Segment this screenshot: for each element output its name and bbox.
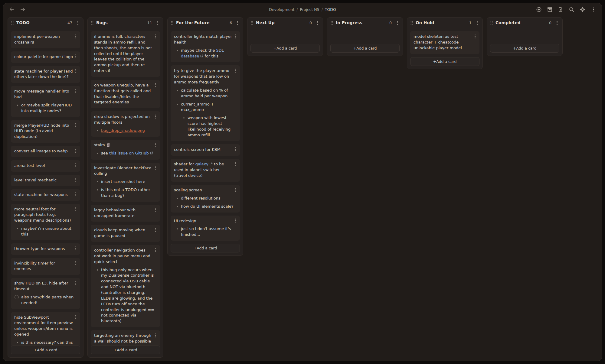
card-menu-button[interactable] xyxy=(153,83,158,87)
add-card-button[interactable]: +Add a card xyxy=(91,346,160,354)
drag-handle-icon[interactable] xyxy=(250,21,253,25)
drag-handle-icon[interactable] xyxy=(330,21,333,25)
column-menu-button[interactable] xyxy=(315,20,320,25)
card[interactable]: merge PlayerHUD node into HUD node (to a… xyxy=(11,120,80,143)
card[interactable]: state machine for weapons xyxy=(11,189,80,201)
breadcrumb-item-board[interactable]: TODO xyxy=(325,7,336,12)
checkbox-circle[interactable] xyxy=(15,295,19,299)
column-menu-button[interactable] xyxy=(155,20,160,25)
drag-handle-icon[interactable] xyxy=(11,21,14,25)
card-menu-button[interactable] xyxy=(73,148,78,153)
add-card-button[interactable]: +Add a card xyxy=(250,44,320,53)
card[interactable]: move message handler into hudor maybe sp… xyxy=(11,86,80,117)
column-menu-button[interactable] xyxy=(554,20,559,25)
card[interactable]: invincibility timer for enemies xyxy=(11,258,80,275)
drag-handle-icon[interactable] xyxy=(171,21,174,25)
drag-handle-icon[interactable] xyxy=(410,21,413,25)
card[interactable]: scaling screendifferent resolutionshow d… xyxy=(171,185,240,213)
card[interactable]: show HUD on L3, hide after timeoutalso s… xyxy=(11,278,80,309)
document-icon[interactable] xyxy=(558,7,564,12)
card[interactable]: convert all images to webp xyxy=(11,146,80,157)
card[interactable]: laggy behaviour with uncapped framerate xyxy=(91,205,160,222)
card[interactable]: model skeleton as test character + cheat… xyxy=(410,31,479,54)
card-menu-button[interactable] xyxy=(73,89,78,93)
card[interactable]: clouds keep moving when game is paused xyxy=(91,225,160,242)
column-menu-button[interactable] xyxy=(475,20,479,25)
card-menu-button[interactable] xyxy=(153,142,158,147)
card-menu-button[interactable] xyxy=(73,177,78,182)
card-menu-button-dots xyxy=(75,262,76,263)
card[interactable]: arena test level xyxy=(11,160,80,172)
archive-icon[interactable] xyxy=(547,7,553,12)
card-menu-button[interactable] xyxy=(153,227,158,232)
card-menu-button[interactable] xyxy=(73,163,78,168)
add-card-button[interactable]: +Add a card xyxy=(490,44,559,53)
card-menu-button[interactable] xyxy=(153,114,158,119)
card-menu-button[interactable] xyxy=(73,261,78,265)
card-menu-button[interactable] xyxy=(233,187,238,192)
column-menu-button[interactable] xyxy=(235,20,240,25)
card-menu-button[interactable] xyxy=(233,68,238,73)
card-link[interactable]: galaxy xyxy=(195,162,213,166)
card[interactable]: try to give the player ammo for weapons … xyxy=(171,65,240,141)
column-menu-button[interactable] xyxy=(75,20,80,25)
card[interactable]: controller lights match player healthmay… xyxy=(171,31,240,62)
column-menu-button[interactable] xyxy=(395,20,400,25)
card-menu-button[interactable] xyxy=(73,246,78,251)
add-card-button[interactable]: +Add a card xyxy=(410,57,479,66)
card-menu-button[interactable] xyxy=(73,281,78,285)
search-icon[interactable] xyxy=(569,7,574,12)
card-menu-button[interactable] xyxy=(233,161,238,166)
add-card-button[interactable]: +Add a card xyxy=(171,244,240,252)
back-arrow-icon[interactable] xyxy=(9,6,15,12)
breadcrumb-item-project[interactable]: Project N5 xyxy=(300,7,319,12)
column-on-hold: On Hold1model skeleton as test character… xyxy=(407,17,483,69)
card-menu-button[interactable] xyxy=(73,192,78,197)
card[interactable]: investigate Blender backface cullinginse… xyxy=(91,163,160,202)
card-title-text: implement per-weapon crosshairs xyxy=(14,34,60,44)
card[interactable]: stairs 🗿see this issue on GitHub xyxy=(91,140,160,160)
drag-handle-icon[interactable] xyxy=(91,21,94,25)
card[interactable]: level travel mechanic xyxy=(11,175,80,186)
card[interactable]: thrower type for weapons xyxy=(11,243,80,255)
add-card-button[interactable]: +Add a card xyxy=(330,44,400,53)
forward-arrow-icon[interactable] xyxy=(20,6,26,12)
card-menu-button[interactable] xyxy=(153,333,158,338)
card-menu-button[interactable] xyxy=(153,165,158,170)
card-menu-button[interactable] xyxy=(233,147,238,152)
card[interactable]: controls screen for KBM xyxy=(171,144,240,156)
card-menu-button[interactable] xyxy=(153,248,158,252)
card-menu-button[interactable] xyxy=(73,34,78,39)
settings-icon[interactable] xyxy=(580,7,585,12)
card[interactable]: controller navigation does not work in p… xyxy=(91,245,160,327)
card[interactable]: UI redesignjust so I don't assume it's f… xyxy=(171,216,240,241)
card-menu-button[interactable] xyxy=(73,123,78,128)
card-menu-button[interactable] xyxy=(233,218,238,223)
card-menu-button[interactable] xyxy=(73,206,78,211)
card-link[interactable]: bug_drop_shadow.png xyxy=(101,128,145,133)
card-menu-button[interactable] xyxy=(73,54,78,59)
breadcrumb-item-development[interactable]: Development xyxy=(269,7,294,12)
card[interactable]: colour palette for game / logo xyxy=(11,51,80,63)
card[interactable]: if ammo is full, characters stands in am… xyxy=(91,31,160,77)
card[interactable]: implement per-weapon crosshairs xyxy=(11,31,80,48)
more-icon[interactable] xyxy=(590,7,596,12)
card[interactable]: drop shadow is projected on multiple flo… xyxy=(91,111,160,137)
card[interactable]: on weapon unequip, have a function that … xyxy=(91,80,160,108)
card[interactable]: shader for galaxy to be used in planet s… xyxy=(171,159,240,182)
bullet-text: maybe? i'm unsure about this xyxy=(21,226,71,236)
card[interactable]: hide SubViewport environment for item pr… xyxy=(11,312,80,346)
card[interactable]: state machine for player (and others lat… xyxy=(11,66,80,83)
card[interactable]: more neutral font for paragraph texts (e… xyxy=(11,204,80,240)
card-menu-button[interactable] xyxy=(233,34,238,39)
card[interactable]: targetting an enemy through a wall shoul… xyxy=(91,330,160,346)
add-card-button[interactable]: +Add a card xyxy=(11,346,80,354)
card-link[interactable]: this issue on GitHub xyxy=(109,151,153,155)
card-menu-button[interactable] xyxy=(73,315,78,320)
card-menu-button[interactable] xyxy=(73,69,78,73)
card-menu-button[interactable] xyxy=(153,34,158,39)
card-menu-button[interactable] xyxy=(153,207,158,212)
drag-handle-icon[interactable] xyxy=(490,21,493,25)
add-icon[interactable] xyxy=(536,7,542,12)
card-menu-button[interactable] xyxy=(473,34,477,39)
